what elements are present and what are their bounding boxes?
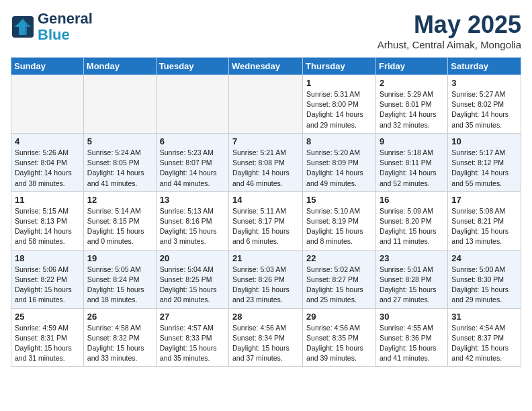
calendar-cell: 26Sunrise: 4:58 AM Sunset: 8:32 PM Dayli… (83, 308, 156, 367)
weekday-header-wednesday: Wednesday (229, 58, 303, 75)
calendar-cell: 9Sunrise: 5:18 AM Sunset: 8:11 PM Daylig… (375, 133, 447, 191)
calendar-cell (229, 75, 303, 134)
calendar-cell: 31Sunrise: 4:54 AM Sunset: 8:37 PM Dayli… (448, 308, 521, 367)
day-info: Sunrise: 5:17 AM Sunset: 8:12 PM Dayligh… (451, 148, 517, 189)
weekday-header-sunday: Sunday (11, 58, 84, 75)
calendar-header-row: SundayMondayTuesdayWednesdayThursdayFrid… (11, 58, 521, 75)
day-info: Sunrise: 5:24 AM Sunset: 8:05 PM Dayligh… (87, 148, 152, 189)
day-number: 3 (451, 78, 517, 88)
day-info: Sunrise: 4:56 AM Sunset: 8:35 PM Dayligh… (306, 323, 372, 364)
day-number: 5 (87, 136, 152, 146)
day-info: Sunrise: 5:31 AM Sunset: 8:00 PM Dayligh… (306, 89, 372, 130)
month-title: May 2025 (378, 11, 521, 39)
calendar-cell: 8Sunrise: 5:20 AM Sunset: 8:09 PM Daylig… (303, 133, 376, 191)
day-info: Sunrise: 5:11 AM Sunset: 8:17 PM Dayligh… (232, 206, 299, 247)
calendar-cell: 17Sunrise: 5:08 AM Sunset: 8:21 PM Dayli… (448, 191, 521, 250)
calendar-cell: 28Sunrise: 4:56 AM Sunset: 8:34 PM Dayli… (229, 308, 303, 367)
day-number: 27 (160, 312, 225, 322)
calendar-cell: 11Sunrise: 5:15 AM Sunset: 8:13 PM Dayli… (11, 191, 84, 250)
day-number: 25 (15, 312, 80, 322)
day-number: 1 (306, 78, 372, 88)
calendar-week-row-2: 4Sunrise: 5:26 AM Sunset: 8:04 PM Daylig… (11, 133, 521, 191)
calendar-cell: 13Sunrise: 5:13 AM Sunset: 8:16 PM Dayli… (156, 191, 228, 250)
day-info: Sunrise: 5:26 AM Sunset: 8:04 PM Dayligh… (15, 148, 80, 189)
day-number: 9 (380, 136, 444, 146)
calendar-cell: 7Sunrise: 5:21 AM Sunset: 8:08 PM Daylig… (229, 133, 303, 191)
calendar-cell: 25Sunrise: 4:59 AM Sunset: 8:31 PM Dayli… (11, 308, 84, 367)
day-number: 19 (87, 253, 152, 263)
day-info: Sunrise: 5:09 AM Sunset: 8:20 PM Dayligh… (380, 206, 444, 247)
day-info: Sunrise: 4:59 AM Sunset: 8:31 PM Dayligh… (15, 323, 80, 364)
calendar-week-row-1: 1Sunrise: 5:31 AM Sunset: 8:00 PM Daylig… (11, 75, 521, 134)
calendar-cell: 21Sunrise: 5:03 AM Sunset: 8:26 PM Dayli… (229, 250, 303, 308)
calendar-cell: 6Sunrise: 5:23 AM Sunset: 8:07 PM Daylig… (156, 133, 228, 191)
day-number: 20 (160, 253, 225, 263)
logo-icon (11, 15, 35, 39)
day-number: 14 (232, 195, 299, 205)
day-number: 15 (306, 195, 372, 205)
day-number: 16 (380, 195, 444, 205)
day-info: Sunrise: 5:23 AM Sunset: 8:07 PM Dayligh… (160, 148, 225, 189)
calendar-table: SundayMondayTuesdayWednesdayThursdayFrid… (11, 57, 521, 367)
day-info: Sunrise: 5:10 AM Sunset: 8:19 PM Dayligh… (306, 206, 372, 247)
logo-text: GeneralBlue (38, 11, 93, 43)
day-number: 24 (451, 253, 517, 263)
calendar-cell: 30Sunrise: 4:55 AM Sunset: 8:36 PM Dayli… (375, 308, 447, 367)
day-info: Sunrise: 5:04 AM Sunset: 8:25 PM Dayligh… (160, 265, 225, 306)
day-info: Sunrise: 5:20 AM Sunset: 8:09 PM Dayligh… (306, 148, 372, 189)
weekday-header-thursday: Thursday (303, 58, 376, 75)
weekday-header-tuesday: Tuesday (156, 58, 228, 75)
day-number: 22 (306, 253, 372, 263)
calendar-cell: 20Sunrise: 5:04 AM Sunset: 8:25 PM Dayli… (156, 250, 228, 308)
weekday-header-monday: Monday (83, 58, 156, 75)
weekday-header-saturday: Saturday (448, 58, 521, 75)
day-number: 8 (306, 136, 372, 146)
day-number: 11 (15, 195, 80, 205)
calendar-cell: 4Sunrise: 5:26 AM Sunset: 8:04 PM Daylig… (11, 133, 84, 191)
calendar-cell: 15Sunrise: 5:10 AM Sunset: 8:19 PM Dayli… (303, 191, 376, 250)
calendar-cell: 16Sunrise: 5:09 AM Sunset: 8:20 PM Dayli… (375, 191, 447, 250)
day-number: 21 (232, 253, 299, 263)
calendar-cell: 24Sunrise: 5:00 AM Sunset: 8:30 PM Dayli… (448, 250, 521, 308)
day-number: 30 (380, 312, 444, 322)
day-info: Sunrise: 5:01 AM Sunset: 8:28 PM Dayligh… (380, 265, 444, 306)
calendar-cell: 29Sunrise: 4:56 AM Sunset: 8:35 PM Dayli… (303, 308, 376, 367)
location: Arhust, Central Aimak, Mongolia (378, 39, 521, 50)
calendar-cell: 10Sunrise: 5:17 AM Sunset: 8:12 PM Dayli… (448, 133, 521, 191)
day-number: 31 (451, 312, 517, 322)
day-number: 26 (87, 312, 152, 322)
weekday-header-friday: Friday (375, 58, 447, 75)
calendar-cell: 12Sunrise: 5:14 AM Sunset: 8:15 PM Dayli… (83, 191, 156, 250)
calendar-week-row-3: 11Sunrise: 5:15 AM Sunset: 8:13 PM Dayli… (11, 191, 521, 250)
calendar-cell: 5Sunrise: 5:24 AM Sunset: 8:05 PM Daylig… (83, 133, 156, 191)
day-info: Sunrise: 4:55 AM Sunset: 8:36 PM Dayligh… (380, 323, 444, 364)
day-number: 7 (232, 136, 299, 146)
day-number: 12 (87, 195, 152, 205)
day-info: Sunrise: 5:00 AM Sunset: 8:30 PM Dayligh… (451, 265, 517, 306)
calendar-cell: 2Sunrise: 5:29 AM Sunset: 8:01 PM Daylig… (375, 75, 447, 134)
page-header: GeneralBlue May 2025 Arhust, Central Aim… (11, 11, 521, 50)
calendar-cell: 19Sunrise: 5:05 AM Sunset: 8:24 PM Dayli… (83, 250, 156, 308)
day-number: 2 (380, 78, 444, 88)
day-info: Sunrise: 5:13 AM Sunset: 8:16 PM Dayligh… (160, 206, 225, 247)
day-info: Sunrise: 4:56 AM Sunset: 8:34 PM Dayligh… (232, 323, 299, 364)
calendar-cell (83, 75, 156, 134)
title-block: May 2025 Arhust, Central Aimak, Mongolia (378, 11, 521, 50)
day-number: 17 (451, 195, 517, 205)
calendar-cell: 18Sunrise: 5:06 AM Sunset: 8:22 PM Dayli… (11, 250, 84, 308)
day-info: Sunrise: 5:14 AM Sunset: 8:15 PM Dayligh… (87, 206, 152, 247)
calendar-cell (156, 75, 228, 134)
day-number: 28 (232, 312, 299, 322)
day-number: 10 (451, 136, 517, 146)
calendar-cell: 14Sunrise: 5:11 AM Sunset: 8:17 PM Dayli… (229, 191, 303, 250)
day-number: 6 (160, 136, 225, 146)
day-info: Sunrise: 5:05 AM Sunset: 8:24 PM Dayligh… (87, 265, 152, 306)
day-info: Sunrise: 4:58 AM Sunset: 8:32 PM Dayligh… (87, 323, 152, 364)
day-info: Sunrise: 5:02 AM Sunset: 8:27 PM Dayligh… (306, 265, 372, 306)
day-info: Sunrise: 4:54 AM Sunset: 8:37 PM Dayligh… (451, 323, 517, 364)
day-info: Sunrise: 5:15 AM Sunset: 8:13 PM Dayligh… (15, 206, 80, 247)
day-info: Sunrise: 5:03 AM Sunset: 8:26 PM Dayligh… (232, 265, 299, 306)
day-number: 13 (160, 195, 225, 205)
calendar-cell (11, 75, 84, 134)
day-info: Sunrise: 4:57 AM Sunset: 8:33 PM Dayligh… (160, 323, 225, 364)
